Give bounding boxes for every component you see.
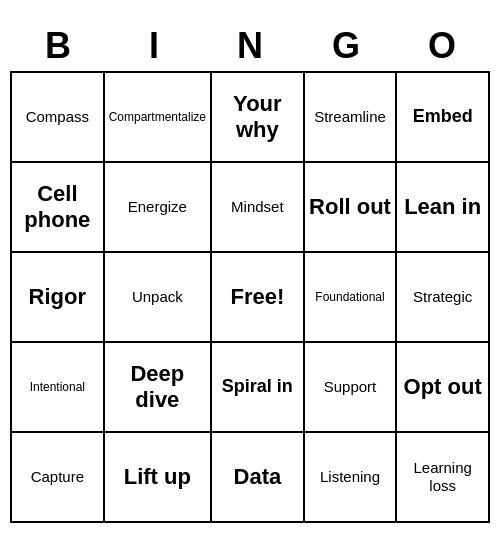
cell-r2-c4: Strategic (397, 253, 490, 343)
cell-text: Cell phone (16, 181, 99, 234)
cell-text: Embed (413, 106, 473, 128)
bingo-grid: CompassCompartmentalizeYour whyStreamlin… (10, 71, 490, 523)
cell-r3-c0: Intentional (12, 343, 105, 433)
cell-text: Energize (128, 198, 187, 216)
cell-r2-c3: Foundational (305, 253, 398, 343)
cell-text: Lift up (124, 464, 191, 490)
cell-r3-c1: Deep dive (105, 343, 212, 433)
cell-text: Data (234, 464, 282, 490)
cell-r1-c3: Roll out (305, 163, 398, 253)
cell-text: Intentional (30, 380, 85, 394)
bingo-letter-n: N (202, 21, 298, 71)
cell-text: Strategic (413, 288, 472, 306)
bingo-card: BINGO CompassCompartmentalizeYour whyStr… (10, 21, 490, 523)
cell-r0-c3: Streamline (305, 73, 398, 163)
cell-text: Your why (216, 91, 299, 144)
cell-r0-c0: Compass (12, 73, 105, 163)
cell-r4-c4: Learning loss (397, 433, 490, 523)
bingo-letter-o: O (394, 21, 490, 71)
cell-r4-c0: Capture (12, 433, 105, 523)
cell-r3-c3: Support (305, 343, 398, 433)
cell-r3-c4: Opt out (397, 343, 490, 433)
cell-text: Deep dive (109, 361, 206, 414)
cell-r4-c1: Lift up (105, 433, 212, 523)
cell-r4-c2: Data (212, 433, 305, 523)
cell-text: Support (324, 378, 377, 396)
cell-r3-c2: Spiral in (212, 343, 305, 433)
cell-r0-c2: Your why (212, 73, 305, 163)
cell-r2-c2: Free! (212, 253, 305, 343)
cell-r2-c1: Unpack (105, 253, 212, 343)
cell-text: Streamline (314, 108, 386, 126)
cell-text: Rigor (29, 284, 86, 310)
cell-r1-c2: Mindset (212, 163, 305, 253)
cell-text: Spiral in (222, 376, 293, 398)
cell-text: Foundational (315, 290, 384, 304)
cell-r0-c4: Embed (397, 73, 490, 163)
bingo-header: BINGO (10, 21, 490, 71)
cell-text: Learning loss (401, 459, 484, 495)
cell-text: Compass (26, 108, 89, 126)
cell-text: Free! (230, 284, 284, 310)
cell-r2-c0: Rigor (12, 253, 105, 343)
cell-text: Listening (320, 468, 380, 486)
cell-text: Capture (31, 468, 84, 486)
cell-text: Lean in (404, 194, 481, 220)
bingo-letter-g: G (298, 21, 394, 71)
bingo-letter-i: I (106, 21, 202, 71)
cell-r1-c0: Cell phone (12, 163, 105, 253)
cell-text: Roll out (309, 194, 391, 220)
cell-r4-c3: Listening (305, 433, 398, 523)
bingo-letter-b: B (10, 21, 106, 71)
cell-text: Mindset (231, 198, 284, 216)
cell-r1-c1: Energize (105, 163, 212, 253)
cell-text: Compartmentalize (109, 110, 206, 124)
cell-r0-c1: Compartmentalize (105, 73, 212, 163)
cell-text: Opt out (404, 374, 482, 400)
cell-r1-c4: Lean in (397, 163, 490, 253)
cell-text: Unpack (132, 288, 183, 306)
